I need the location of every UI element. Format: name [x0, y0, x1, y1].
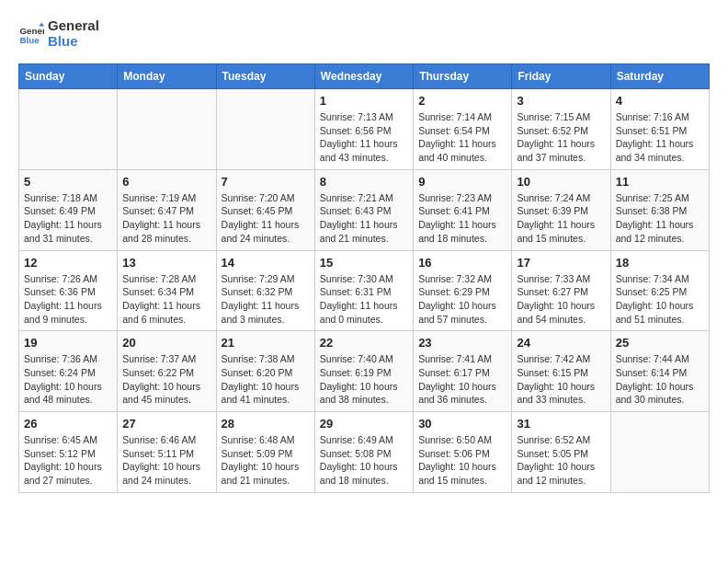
- day-info: Sunrise: 7:30 AM Sunset: 6:31 PM Dayligh…: [320, 272, 408, 327]
- calendar-cell: 17Sunrise: 7:33 AM Sunset: 6:27 PM Dayli…: [512, 250, 610, 331]
- calendar-cell: [216, 89, 314, 170]
- day-number: 2: [418, 94, 506, 108]
- calendar-cell: 11Sunrise: 7:25 AM Sunset: 6:38 PM Dayli…: [610, 169, 709, 250]
- day-number: 4: [616, 94, 704, 108]
- day-info: Sunrise: 7:34 AM Sunset: 6:25 PM Dayligh…: [616, 272, 704, 327]
- day-info: Sunrise: 7:25 AM Sunset: 6:38 PM Dayligh…: [616, 191, 704, 246]
- day-number: 28: [222, 417, 310, 431]
- calendar-cell: [610, 412, 709, 493]
- day-number: 8: [320, 175, 408, 189]
- svg-text:Blue: Blue: [19, 34, 40, 44]
- day-info: Sunrise: 7:15 AM Sunset: 6:52 PM Dayligh…: [517, 110, 605, 165]
- page-header: General Blue General Blue: [18, 18, 710, 49]
- calendar-week-row: 1Sunrise: 7:13 AM Sunset: 6:56 PM Daylig…: [19, 89, 710, 170]
- weekday-header-sunday: Sunday: [19, 64, 118, 89]
- calendar-cell: 25Sunrise: 7:44 AM Sunset: 6:14 PM Dayli…: [610, 331, 709, 412]
- logo-icon: General Blue: [18, 21, 44, 47]
- calendar-cell: 15Sunrise: 7:30 AM Sunset: 6:31 PM Dayli…: [314, 250, 413, 331]
- day-info: Sunrise: 6:50 AM Sunset: 5:06 PM Dayligh…: [418, 433, 506, 488]
- day-info: Sunrise: 6:46 AM Sunset: 5:11 PM Dayligh…: [122, 433, 210, 488]
- day-info: Sunrise: 7:18 AM Sunset: 6:49 PM Dayligh…: [24, 191, 112, 246]
- day-number: 30: [418, 417, 506, 431]
- calendar-cell: 2Sunrise: 7:14 AM Sunset: 6:54 PM Daylig…: [414, 89, 512, 170]
- calendar-cell: 26Sunrise: 6:45 AM Sunset: 5:12 PM Dayli…: [19, 412, 118, 493]
- day-number: 25: [616, 336, 704, 350]
- calendar-cell: 30Sunrise: 6:50 AM Sunset: 5:06 PM Dayli…: [414, 412, 512, 493]
- logo: General Blue General Blue: [18, 18, 99, 49]
- weekday-header-wednesday: Wednesday: [314, 64, 413, 89]
- day-info: Sunrise: 7:21 AM Sunset: 6:43 PM Dayligh…: [320, 191, 408, 246]
- day-number: 12: [24, 256, 112, 270]
- day-info: Sunrise: 7:29 AM Sunset: 6:32 PM Dayligh…: [222, 272, 310, 327]
- logo-text: General Blue: [48, 18, 99, 49]
- svg-marker-2: [39, 22, 44, 26]
- calendar-cell: 19Sunrise: 7:36 AM Sunset: 6:24 PM Dayli…: [19, 331, 118, 412]
- calendar-cell: [118, 89, 216, 170]
- day-number: 21: [222, 336, 310, 350]
- day-info: Sunrise: 7:24 AM Sunset: 6:39 PM Dayligh…: [517, 191, 605, 246]
- calendar-cell: 5Sunrise: 7:18 AM Sunset: 6:49 PM Daylig…: [19, 169, 118, 250]
- day-number: 29: [320, 417, 408, 431]
- day-info: Sunrise: 7:41 AM Sunset: 6:17 PM Dayligh…: [418, 352, 506, 407]
- day-number: 23: [418, 336, 506, 350]
- day-info: Sunrise: 7:40 AM Sunset: 6:19 PM Dayligh…: [320, 352, 408, 407]
- calendar-cell: 28Sunrise: 6:48 AM Sunset: 5:09 PM Dayli…: [216, 412, 314, 493]
- day-number: 14: [222, 256, 310, 270]
- day-info: Sunrise: 7:16 AM Sunset: 6:51 PM Dayligh…: [616, 110, 704, 165]
- day-number: 19: [24, 336, 112, 350]
- day-number: 27: [122, 417, 210, 431]
- day-number: 26: [24, 417, 112, 431]
- day-info: Sunrise: 7:38 AM Sunset: 6:20 PM Dayligh…: [222, 352, 310, 407]
- day-number: 15: [320, 256, 408, 270]
- day-number: 6: [122, 175, 210, 189]
- calendar-cell: 27Sunrise: 6:46 AM Sunset: 5:11 PM Dayli…: [118, 412, 216, 493]
- calendar-cell: 23Sunrise: 7:41 AM Sunset: 6:17 PM Dayli…: [414, 331, 512, 412]
- calendar-week-row: 19Sunrise: 7:36 AM Sunset: 6:24 PM Dayli…: [19, 331, 710, 412]
- day-info: Sunrise: 7:33 AM Sunset: 6:27 PM Dayligh…: [517, 272, 605, 327]
- day-number: 18: [616, 256, 704, 270]
- day-number: 22: [320, 336, 408, 350]
- calendar-cell: 7Sunrise: 7:20 AM Sunset: 6:45 PM Daylig…: [216, 169, 314, 250]
- calendar-cell: 22Sunrise: 7:40 AM Sunset: 6:19 PM Dayli…: [314, 331, 413, 412]
- day-info: Sunrise: 7:26 AM Sunset: 6:36 PM Dayligh…: [24, 272, 112, 327]
- day-info: Sunrise: 7:32 AM Sunset: 6:29 PM Dayligh…: [418, 272, 506, 327]
- day-number: 24: [517, 336, 605, 350]
- calendar-cell: 24Sunrise: 7:42 AM Sunset: 6:15 PM Dayli…: [512, 331, 610, 412]
- day-info: Sunrise: 7:42 AM Sunset: 6:15 PM Dayligh…: [517, 352, 605, 407]
- day-info: Sunrise: 7:20 AM Sunset: 6:45 PM Dayligh…: [222, 191, 310, 246]
- calendar-cell: 18Sunrise: 7:34 AM Sunset: 6:25 PM Dayli…: [610, 250, 709, 331]
- calendar-cell: 9Sunrise: 7:23 AM Sunset: 6:41 PM Daylig…: [414, 169, 512, 250]
- calendar-week-row: 26Sunrise: 6:45 AM Sunset: 5:12 PM Dayli…: [19, 412, 710, 493]
- day-number: 16: [418, 256, 506, 270]
- weekday-header-tuesday: Tuesday: [216, 64, 314, 89]
- day-info: Sunrise: 6:49 AM Sunset: 5:08 PM Dayligh…: [320, 433, 408, 488]
- day-info: Sunrise: 7:23 AM Sunset: 6:41 PM Dayligh…: [418, 191, 506, 246]
- day-info: Sunrise: 6:45 AM Sunset: 5:12 PM Dayligh…: [24, 433, 112, 488]
- day-info: Sunrise: 7:28 AM Sunset: 6:34 PM Dayligh…: [122, 272, 210, 327]
- day-info: Sunrise: 6:48 AM Sunset: 5:09 PM Dayligh…: [222, 433, 310, 488]
- weekday-header-saturday: Saturday: [610, 64, 709, 89]
- calendar-cell: 31Sunrise: 6:52 AM Sunset: 5:05 PM Dayli…: [512, 412, 610, 493]
- day-number: 31: [517, 417, 605, 431]
- day-number: 20: [122, 336, 210, 350]
- day-number: 9: [418, 175, 506, 189]
- calendar-cell: 21Sunrise: 7:38 AM Sunset: 6:20 PM Dayli…: [216, 331, 314, 412]
- weekday-header-thursday: Thursday: [414, 64, 512, 89]
- calendar-cell: 4Sunrise: 7:16 AM Sunset: 6:51 PM Daylig…: [610, 89, 709, 170]
- day-number: 11: [616, 175, 704, 189]
- weekday-header-monday: Monday: [118, 64, 216, 89]
- day-info: Sunrise: 7:36 AM Sunset: 6:24 PM Dayligh…: [24, 352, 112, 407]
- calendar-cell: 20Sunrise: 7:37 AM Sunset: 6:22 PM Dayli…: [118, 331, 216, 412]
- weekday-header-row: SundayMondayTuesdayWednesdayThursdayFrid…: [19, 64, 710, 89]
- calendar-cell: 13Sunrise: 7:28 AM Sunset: 6:34 PM Dayli…: [118, 250, 216, 331]
- calendar-cell: [19, 89, 118, 170]
- calendar-cell: 8Sunrise: 7:21 AM Sunset: 6:43 PM Daylig…: [314, 169, 413, 250]
- day-number: 7: [222, 175, 310, 189]
- day-number: 10: [517, 175, 605, 189]
- calendar-cell: 12Sunrise: 7:26 AM Sunset: 6:36 PM Dayli…: [19, 250, 118, 331]
- calendar-cell: 3Sunrise: 7:15 AM Sunset: 6:52 PM Daylig…: [512, 89, 610, 170]
- day-info: Sunrise: 6:52 AM Sunset: 5:05 PM Dayligh…: [517, 433, 605, 488]
- calendar-week-row: 5Sunrise: 7:18 AM Sunset: 6:49 PM Daylig…: [19, 169, 710, 250]
- day-number: 13: [122, 256, 210, 270]
- weekday-header-friday: Friday: [512, 64, 610, 89]
